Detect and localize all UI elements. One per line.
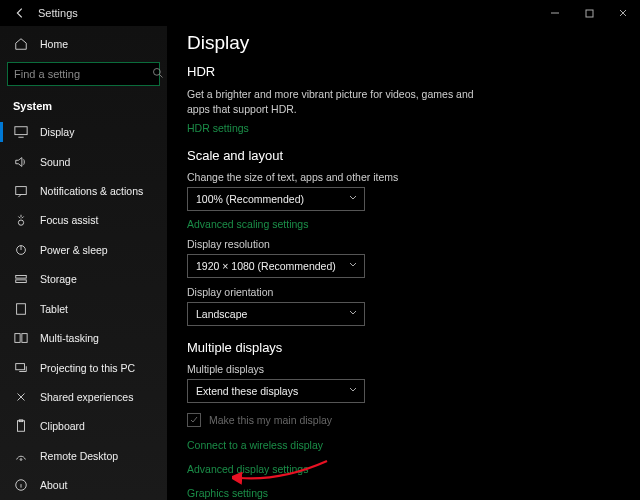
sidebar-item-projecting[interactable]: Projecting to this PC bbox=[0, 353, 167, 382]
sidebar-item-clipboard[interactable]: Clipboard bbox=[0, 412, 167, 441]
select-value: Landscape bbox=[196, 308, 247, 320]
graphics-settings-link[interactable]: Graphics settings bbox=[187, 487, 620, 499]
sidebar-item-label: Tablet bbox=[40, 303, 68, 315]
svg-rect-7 bbox=[16, 280, 27, 283]
main-panel: Display HDR Get a brighter and more vibr… bbox=[167, 26, 640, 500]
multiple-displays-label: Multiple displays bbox=[187, 363, 620, 375]
sidebar-item-display[interactable]: Display bbox=[0, 117, 167, 146]
wireless-display-link[interactable]: Connect to a wireless display bbox=[187, 439, 620, 451]
sidebar-item-label: Notifications & actions bbox=[40, 185, 143, 197]
sidebar-item-label: Shared experiences bbox=[40, 391, 133, 403]
svg-rect-0 bbox=[586, 10, 593, 17]
checkbox-icon bbox=[187, 413, 201, 427]
multitasking-icon bbox=[13, 330, 29, 346]
notifications-icon bbox=[13, 183, 29, 199]
minimize-button[interactable] bbox=[538, 0, 572, 26]
advanced-scaling-link[interactable]: Advanced scaling settings bbox=[187, 218, 308, 230]
sidebar-item-label: About bbox=[40, 479, 67, 491]
focus-icon bbox=[13, 212, 29, 228]
svg-rect-11 bbox=[16, 363, 25, 369]
resolution-label: Display resolution bbox=[187, 238, 620, 250]
search-input[interactable] bbox=[7, 62, 160, 86]
sidebar-item-label: Display bbox=[40, 126, 74, 138]
search-icon bbox=[152, 67, 164, 81]
sidebar-item-label: Projecting to this PC bbox=[40, 362, 135, 374]
svg-point-14 bbox=[20, 458, 22, 460]
multiple-displays-heading: Multiple displays bbox=[187, 340, 620, 355]
svg-rect-2 bbox=[15, 127, 27, 135]
sidebar-item-label: Multi-tasking bbox=[40, 332, 99, 344]
text-size-select[interactable]: 100% (Recommended) bbox=[187, 187, 365, 211]
sidebar-item-tablet[interactable]: Tablet bbox=[0, 294, 167, 323]
sidebar-item-label: Power & sleep bbox=[40, 244, 108, 256]
close-button[interactable] bbox=[606, 0, 640, 26]
main-display-checkbox: Make this my main display bbox=[187, 413, 620, 427]
sidebar-item-power[interactable]: Power & sleep bbox=[0, 235, 167, 264]
home-icon bbox=[13, 36, 29, 52]
sidebar: Home System Display Sound Notifications … bbox=[0, 26, 167, 500]
sidebar-item-label: Home bbox=[40, 38, 68, 50]
sidebar-item-about[interactable]: About bbox=[0, 470, 167, 499]
clipboard-icon bbox=[13, 418, 29, 434]
sidebar-item-multitasking[interactable]: Multi-tasking bbox=[0, 323, 167, 352]
sidebar-item-shared[interactable]: Shared experiences bbox=[0, 382, 167, 411]
sidebar-item-focus-assist[interactable]: Focus assist bbox=[0, 206, 167, 235]
select-value: 1920 × 1080 (Recommended) bbox=[196, 260, 336, 272]
svg-rect-8 bbox=[17, 303, 26, 314]
orientation-select[interactable]: Landscape bbox=[187, 302, 365, 326]
hdr-settings-link[interactable]: HDR settings bbox=[187, 122, 249, 134]
svg-point-4 bbox=[18, 220, 23, 225]
orientation-label: Display orientation bbox=[187, 286, 620, 298]
resolution-select[interactable]: 1920 × 1080 (Recommended) bbox=[187, 254, 365, 278]
power-icon bbox=[13, 242, 29, 258]
select-value: 100% (Recommended) bbox=[196, 193, 304, 205]
back-button[interactable] bbox=[12, 5, 28, 21]
sidebar-group-label: System bbox=[0, 92, 167, 117]
sidebar-item-storage[interactable]: Storage bbox=[0, 265, 167, 294]
multiple-displays-select[interactable]: Extend these displays bbox=[187, 379, 365, 403]
scale-heading: Scale and layout bbox=[187, 148, 620, 163]
window-title: Settings bbox=[38, 7, 78, 19]
svg-point-1 bbox=[154, 69, 161, 76]
sidebar-item-sound[interactable]: Sound bbox=[0, 147, 167, 176]
shared-icon bbox=[13, 389, 29, 405]
chevron-down-icon bbox=[348, 385, 358, 397]
svg-rect-12 bbox=[18, 421, 25, 432]
sidebar-item-notifications[interactable]: Notifications & actions bbox=[0, 176, 167, 205]
maximize-button[interactable] bbox=[572, 0, 606, 26]
hdr-heading: HDR bbox=[187, 64, 620, 79]
sidebar-item-label: Sound bbox=[40, 156, 70, 168]
sidebar-item-label: Storage bbox=[40, 273, 77, 285]
sidebar-item-home[interactable]: Home bbox=[0, 29, 167, 58]
svg-rect-6 bbox=[16, 276, 27, 279]
svg-rect-9 bbox=[15, 334, 20, 343]
hdr-description: Get a brighter and more vibrant picture … bbox=[187, 87, 477, 116]
projecting-icon bbox=[13, 360, 29, 376]
display-icon bbox=[13, 124, 29, 140]
tablet-icon bbox=[13, 301, 29, 317]
remote-icon bbox=[13, 448, 29, 464]
text-size-label: Change the size of text, apps and other … bbox=[187, 171, 620, 183]
chevron-down-icon bbox=[348, 308, 358, 320]
svg-rect-10 bbox=[22, 334, 27, 343]
svg-rect-3 bbox=[16, 187, 27, 195]
about-icon bbox=[13, 477, 29, 493]
checkbox-label: Make this my main display bbox=[209, 414, 332, 426]
search-field[interactable] bbox=[14, 68, 152, 80]
page-title: Display bbox=[187, 32, 620, 54]
sidebar-item-label: Clipboard bbox=[40, 420, 85, 432]
sidebar-item-label: Remote Desktop bbox=[40, 450, 118, 462]
select-value: Extend these displays bbox=[196, 385, 298, 397]
sound-icon bbox=[13, 154, 29, 170]
advanced-display-link[interactable]: Advanced display settings bbox=[187, 463, 620, 475]
chevron-down-icon bbox=[348, 260, 358, 272]
sidebar-item-label: Focus assist bbox=[40, 214, 98, 226]
sidebar-item-remote[interactable]: Remote Desktop bbox=[0, 441, 167, 470]
chevron-down-icon bbox=[348, 193, 358, 205]
storage-icon bbox=[13, 271, 29, 287]
